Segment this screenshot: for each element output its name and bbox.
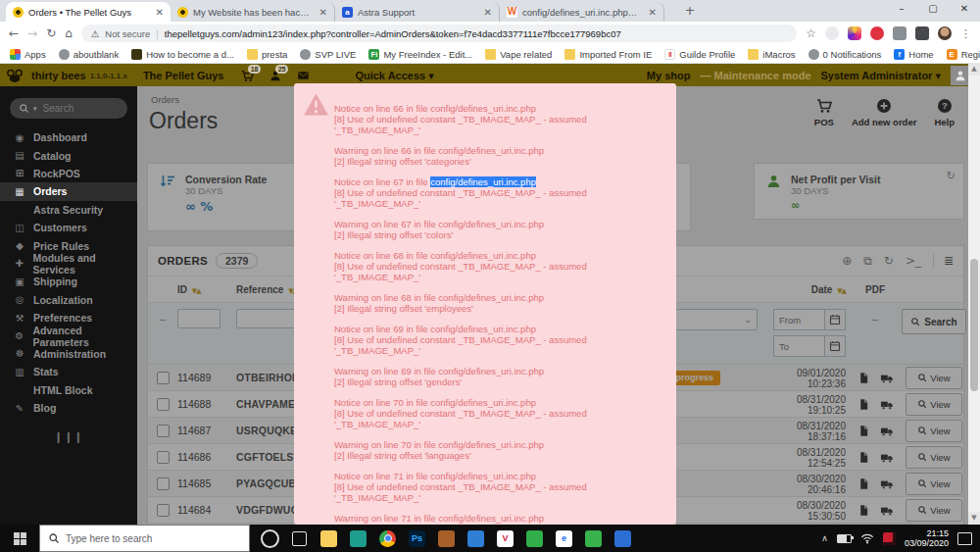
task-view-icon[interactable] [292, 531, 307, 546]
row-checkbox[interactable] [157, 451, 170, 464]
quick-access-menu[interactable]: Quick Access ▾ [355, 70, 433, 82]
id-filter-input[interactable] [177, 309, 220, 328]
column-header-date[interactable]: Date ▼▲ [758, 284, 846, 295]
bookmark-item[interactable]: aboutblank [59, 49, 119, 60]
address-bar[interactable]: ⚠ Not secure | thepelletguys.com/admin12… [81, 25, 797, 42]
sidebar-item[interactable]: ✎ Blog [0, 399, 137, 417]
sidebar-item[interactable]: ▥ Stats [0, 363, 137, 380]
extension-icon[interactable] [870, 26, 884, 40]
bookmark-item[interactable]: iMacros [748, 49, 795, 60]
bookmark-item[interactable]: ‖ Guilde Profile [664, 49, 735, 60]
browser-tab[interactable]: My Website has been hacked an ✕ [171, 2, 335, 22]
delivery-slip-icon[interactable] [880, 477, 894, 490]
invoice-pdf-icon[interactable] [858, 425, 870, 437]
panel-toolbar-icon[interactable]: ↻ [884, 254, 894, 268]
date-to-input[interactable] [773, 335, 824, 357]
vertical-scrollbar[interactable]: ▲ ▼ [968, 63, 980, 525]
sidebar-item[interactable]: ✚ Modules and Services [0, 255, 137, 273]
bookmark-item[interactable]: SVP LIVE [300, 49, 356, 60]
tray-app-icon[interactable] [883, 532, 896, 545]
date-from-input[interactable] [773, 309, 824, 330]
maximize-button[interactable]: ▢ [917, 0, 949, 20]
sidebar-search[interactable]: ▾ [10, 98, 127, 119]
view-order-button[interactable]: View [906, 393, 962, 416]
sidebar-item[interactable]: ▤ Catalog [0, 146, 137, 164]
status-filter-select[interactable]: ⌄ [663, 309, 758, 330]
view-order-button[interactable]: View [906, 473, 962, 495]
column-header-id[interactable]: ID ▼▲ [177, 284, 236, 295]
taskbar-app-icon[interactable]: Ps [409, 530, 425, 547]
browser-menu-icon[interactable]: ⋮ [960, 27, 971, 40]
delivery-slip-icon[interactable] [880, 372, 894, 384]
bookmark-star-icon[interactable]: ☆ [806, 26, 816, 40]
not-secure-icon[interactable]: ⚠ [91, 28, 100, 39]
wifi-icon[interactable] [860, 531, 874, 545]
bookmark-item[interactable]: Vape related [485, 49, 552, 60]
reload-button[interactable]: ↻ [46, 26, 56, 40]
sidebar-item[interactable]: ◉ Dashboard [0, 128, 137, 146]
sidebar-item[interactable]: ▦ Orders [0, 182, 137, 200]
taskbar-app-icon[interactable] [379, 530, 396, 547]
help-button[interactable]: Help [934, 98, 955, 127]
tab-close-icon[interactable]: ✕ [480, 7, 492, 18]
calendar-icon[interactable] [824, 335, 846, 357]
delivery-slip-icon[interactable] [880, 398, 894, 411]
search-button[interactable]: Search [902, 309, 965, 334]
tab-close-icon[interactable]: ✕ [645, 7, 657, 18]
home-button[interactable]: ⌂ [65, 26, 73, 40]
row-checkbox[interactable] [157, 425, 170, 437]
taskbar-app-icon[interactable] [467, 530, 484, 547]
bookmark-item[interactable]: Fi My FreeIndex - Edit... [368, 49, 472, 60]
taskbar-app-icon[interactable] [320, 530, 337, 547]
bookmark-item[interactable]: E Register [947, 49, 980, 60]
browser-tab[interactable]: Orders • The Pellet Guys ✕ [6, 2, 171, 22]
battery-icon[interactable] [837, 534, 852, 543]
cart-icon[interactable]: 18 [241, 70, 254, 82]
sidebar-item[interactable]: ⚙ Advanced Parameters [0, 326, 137, 344]
profile-avatar[interactable] [938, 26, 952, 40]
forward-button[interactable]: → [27, 26, 37, 40]
taskbar-app-icon[interactable] [526, 530, 543, 547]
thirtybees-logo[interactable] [6, 69, 24, 83]
action-center-icon[interactable] [957, 532, 972, 545]
bookmark-item[interactable]: f Home [894, 49, 933, 60]
messages-icon[interactable] [297, 70, 310, 81]
extensions-puzzle-icon[interactable] [915, 26, 929, 40]
scrollbar-thumb[interactable] [970, 259, 978, 391]
sidebar-collapse-handle[interactable]: ❙❙❙ [0, 430, 137, 443]
invoice-pdf-icon[interactable] [858, 504, 870, 517]
panel-toolbar-icon[interactable]: ⊕ [842, 254, 852, 268]
sort-icons[interactable]: ▼▲ [192, 287, 201, 295]
tray-chevron-up-icon[interactable]: ∧ [821, 533, 828, 543]
taskbar-clock[interactable]: 21:15 03/09/2020 [905, 528, 949, 549]
invoice-pdf-icon[interactable] [858, 398, 870, 411]
panel-toolbar-icon[interactable]: >_ [906, 254, 921, 268]
bookmark-item[interactable]: How to become a d... [131, 49, 234, 60]
brand-name[interactable]: thirty bees [31, 70, 86, 81]
avatar[interactable] [951, 66, 970, 85]
back-button[interactable]: ← [9, 26, 19, 40]
sidebar-item[interactable]: Astra Security [0, 201, 137, 219]
bookmark-item[interactable]: Imported From IE [564, 49, 652, 60]
row-checkbox[interactable] [157, 398, 170, 411]
customers-icon[interactable]: 25 [270, 70, 281, 81]
account-menu[interactable]: System Administrator ▾ [821, 70, 942, 82]
tab-close-icon[interactable]: ✕ [152, 7, 164, 18]
tab-close-icon[interactable]: ✕ [316, 7, 327, 18]
scroll-up-arrow[interactable]: ▲ [968, 63, 980, 75]
extension-icon[interactable] [825, 26, 839, 40]
browser-tab[interactable]: a Astra Support ✕ [335, 2, 500, 22]
delivery-slip-icon[interactable] [880, 504, 894, 517]
shop-name[interactable]: The Pellet Guys [143, 70, 224, 81]
close-button[interactable]: ✕ [949, 0, 980, 20]
sidebar-item[interactable]: HTML Block [0, 380, 137, 398]
taskbar-search[interactable]: Type here to search [39, 525, 250, 552]
url-text[interactable]: thepelletguys.com/admin123/index.php?con… [165, 28, 621, 39]
row-checkbox[interactable] [157, 504, 170, 517]
browser-tab[interactable]: W config/defines_uri.inc.php - b305 ✕ [500, 2, 664, 22]
view-order-button[interactable]: View [906, 446, 962, 469]
scroll-down-arrow[interactable]: ▼ [968, 512, 980, 525]
taskbar-app-icon[interactable]: V [497, 530, 514, 547]
cortana-icon[interactable] [261, 529, 279, 548]
view-order-button[interactable]: View [906, 499, 962, 522]
